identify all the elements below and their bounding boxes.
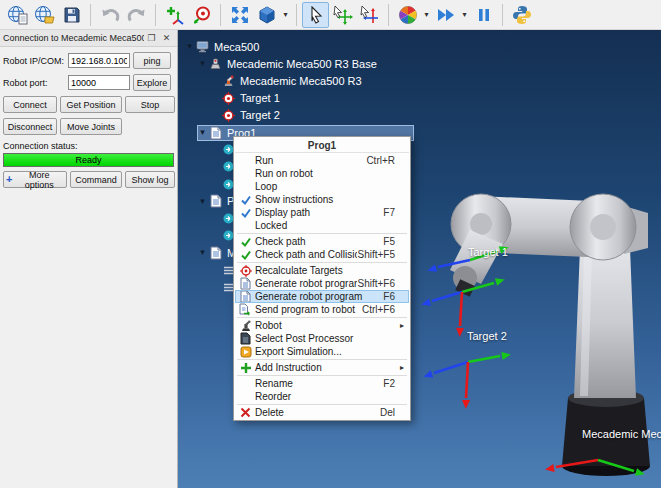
robot-port-label: Robot port: — [3, 78, 65, 88]
expand-arrow-icon[interactable]: ▾ — [197, 197, 208, 206]
menu-separator — [237, 375, 407, 376]
menu-item-add-instruction[interactable]: Add Instruction▸ — [235, 361, 409, 374]
tree-item-label: Meca500 — [214, 41, 259, 53]
menu-item-shortcut: F7 — [383, 207, 400, 218]
panel-float-icon[interactable]: ❐ — [144, 31, 159, 45]
robot-port-input[interactable] — [68, 75, 130, 90]
fast-simulation-dropdown-arrow[interactable]: ▾ — [459, 2, 470, 28]
tree-row-line[interactable]: Mecademic Meca500 R3 — [210, 73, 362, 89]
tree-item-target-1[interactable]: Target 1 — [178, 90, 661, 107]
menu-item-display-path[interactable]: Display pathF7 — [235, 206, 409, 219]
tree-item-target-2[interactable]: Target 2 — [178, 107, 661, 124]
undo-icon — [100, 7, 120, 23]
menu-item-loop[interactable]: Loop — [235, 180, 409, 193]
render-options-button[interactable] — [394, 2, 421, 28]
pause-simulation-button[interactable] — [470, 2, 497, 28]
menu-item-check-path-and-collisions[interactable]: Check path and CollisionsShift+F5 — [235, 248, 409, 261]
expand-arrow-icon[interactable]: ▾ — [197, 128, 208, 137]
target-icon — [221, 92, 236, 105]
connect-button[interactable]: Connect — [3, 96, 57, 113]
isometric-view-dropdown-arrow[interactable]: ▾ — [280, 2, 291, 28]
show-log-button[interactable]: Show log — [125, 171, 175, 188]
menu-item-generate-robot-program-as[interactable]: Generate robot program as...Shift+F6 — [235, 277, 409, 290]
menu-item-rename[interactable]: RenameF2 — [235, 377, 409, 390]
get-position-button[interactable]: Get Position — [60, 96, 122, 113]
check-blue-icon — [236, 194, 255, 206]
target-icon — [221, 109, 236, 122]
menu-item-shortcut: Del — [380, 407, 400, 418]
tree-row-line[interactable]: Target 2 — [210, 107, 280, 123]
undo-button[interactable] — [96, 2, 123, 28]
robot-ip-input[interactable] — [68, 53, 130, 68]
redo-button[interactable] — [123, 2, 150, 28]
tree-row-line[interactable]: Target 1 — [210, 90, 280, 106]
menu-item-label: Select Post Processor — [255, 333, 395, 344]
toolbar-separator — [388, 4, 389, 26]
render-options-dropdown-arrow[interactable]: ▾ — [421, 2, 432, 28]
expand-arrow-icon[interactable]: ▾ — [184, 42, 195, 51]
more-options-label: More options — [14, 170, 64, 190]
menu-item-delete[interactable]: DeleteDel — [235, 406, 409, 419]
fast-simulation-button[interactable] — [432, 2, 459, 28]
expand-arrow-icon[interactable]: ▾ — [197, 59, 208, 68]
menu-separator — [237, 262, 407, 263]
menu-item-export-simulation[interactable]: Export Simulation... — [235, 345, 409, 358]
new-station-button[interactable] — [4, 2, 31, 28]
tree-item-mecademic-meca500-r3[interactable]: Mecademic Meca500 R3 — [178, 72, 661, 89]
menu-item-robot[interactable]: Robot▸ — [235, 319, 409, 332]
expand-arrow-icon[interactable]: ▾ — [197, 248, 208, 257]
menu-item-label: Delete — [255, 407, 380, 418]
open-station-button[interactable] — [31, 2, 58, 28]
menu-item-locked[interactable]: Locked — [235, 219, 409, 232]
submenu-arrow-icon: ▸ — [400, 321, 408, 330]
add-reference-frame-icon — [165, 5, 185, 25]
program-icon — [208, 194, 223, 208]
menu-item-send-program-to-robot[interactable]: Send program to robotCtrl+F6 — [235, 303, 409, 316]
move-tool-button[interactable] — [356, 2, 383, 28]
move-joints-button[interactable]: Move Joints — [60, 118, 122, 135]
tree-row-line[interactable]: ▾Meca500 — [184, 39, 259, 55]
menu-item-check-path[interactable]: Check pathF5 — [235, 235, 409, 248]
save-station-button[interactable] — [58, 2, 85, 28]
robot-dark-icon — [236, 319, 255, 332]
move-reference-button[interactable] — [329, 2, 356, 28]
fit-view-icon — [230, 5, 250, 25]
connection-panel-titlebar[interactable]: Connection to Mecademic Meca500 R3 ❐ ✕ — [0, 30, 177, 47]
ping-button[interactable]: ping — [133, 52, 171, 69]
add-reference-frame-button[interactable] — [161, 2, 188, 28]
menu-item-recalculate-targets[interactable]: Recalculate Targets — [235, 264, 409, 277]
add-target-button[interactable] — [188, 2, 215, 28]
menu-item-label: Generate robot program — [255, 291, 383, 302]
isometric-view-button[interactable] — [253, 2, 280, 28]
move-tool-icon — [360, 5, 380, 25]
connection-panel-title: Connection to Mecademic Meca500 R3 — [3, 33, 144, 43]
tree-item-mecademic-meca500-r3-base[interactable]: ▾Mecademic Meca500 R3 Base — [178, 55, 661, 72]
menu-item-select-post-processor[interactable]: Select Post Processor — [235, 332, 409, 345]
explore-button[interactable]: Explore — [133, 74, 171, 91]
menu-item-run-on-robot[interactable]: Run on robot — [235, 167, 409, 180]
tree-row-line[interactable]: ▾Mecademic Meca500 R3 Base — [197, 56, 377, 72]
tree-item-meca500[interactable]: ▾Meca500 — [178, 38, 661, 55]
fast-simulation-icon — [436, 7, 456, 23]
menu-item-reorder[interactable]: Reorder — [235, 390, 409, 403]
disconnect-button[interactable]: Disconnect — [3, 118, 57, 135]
fit-view-button[interactable] — [226, 2, 253, 28]
target-2-frame[interactable] — [422, 350, 511, 409]
plus-icon: + — [6, 174, 12, 185]
robot-icon — [221, 74, 236, 87]
toolbar-separator — [296, 4, 297, 26]
panel-close-icon[interactable]: ✕ — [159, 31, 174, 45]
isometric-view-icon — [257, 5, 277, 25]
more-options-button[interactable]: + More options — [3, 171, 67, 188]
menu-item-generate-robot-program[interactable]: Generate robot programF6 — [235, 290, 409, 303]
python-button[interactable] — [508, 2, 535, 28]
command-button[interactable]: Command — [70, 171, 122, 188]
3d-viewport[interactable]: Target 1 Target 2 Mecademic Meca500 R3 B… — [178, 30, 661, 488]
menu-item-run[interactable]: RunCtrl+R — [235, 154, 409, 167]
select-cursor-button[interactable] — [302, 2, 329, 28]
menu-item-label: Recalculate Targets — [255, 265, 395, 276]
doc-icon — [236, 290, 255, 303]
menu-item-show-instructions[interactable]: Show instructions — [235, 193, 409, 206]
connection-status-label: Connection status: — [3, 141, 78, 151]
stop-button[interactable]: Stop — [125, 96, 175, 113]
